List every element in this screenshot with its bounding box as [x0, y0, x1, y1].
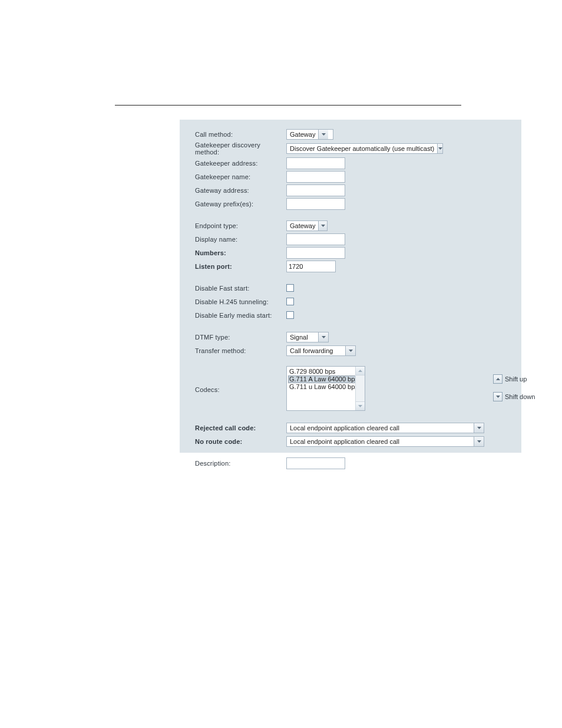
- gk-discovery-select[interactable]: Discover Gatekeeper automatically (use m…: [286, 143, 443, 154]
- list-item[interactable]: G.711 A Law 64000 bps: [288, 375, 356, 383]
- no-route-code-select[interactable]: Local endpoint application cleared call: [286, 436, 484, 447]
- listen-port-input[interactable]: [286, 261, 336, 272]
- gw-address-label: Gateway address:: [195, 187, 286, 194]
- shift-down-button[interactable]: Shift down: [493, 392, 540, 401]
- header-rule: [115, 105, 461, 106]
- chevron-down-icon: [318, 221, 327, 230]
- svg-marker-0: [322, 133, 326, 136]
- scroll-up-icon[interactable]: [356, 367, 365, 375]
- dtmf-type-value: Signal: [287, 332, 318, 342]
- gk-name-label: Gatekeeper name:: [195, 173, 286, 180]
- gw-address-input[interactable]: [286, 185, 345, 196]
- list-item[interactable]: G.711 u Law 64000 bps: [288, 383, 356, 391]
- shift-up-label: Shift up: [505, 375, 527, 383]
- svg-marker-7: [496, 378, 500, 380]
- chevron-down-icon: [318, 130, 328, 139]
- gk-address-input[interactable]: [286, 157, 345, 169]
- svg-marker-2: [321, 225, 325, 227]
- scrollbar[interactable]: [355, 367, 365, 410]
- gk-address-label: Gatekeeper address:: [195, 160, 286, 167]
- disable-fast-start-label: Disable Fast start:: [195, 285, 286, 292]
- codecs-label: Codecs:: [195, 386, 286, 393]
- disable-h245-label: Disable H.245 tunneling:: [195, 298, 286, 305]
- dtmf-type-label: DTMF type:: [195, 334, 286, 341]
- chevron-down-icon: [437, 144, 442, 153]
- svg-marker-4: [349, 350, 353, 352]
- rejected-code-value: Local endpoint application cleared call: [287, 423, 474, 433]
- disable-early-checkbox[interactable]: [286, 311, 294, 319]
- gk-discovery-value: Discover Gatekeeper automatically (use m…: [287, 144, 437, 153]
- call-method-value: Gateway: [287, 130, 318, 139]
- no-route-code-value: Local endpoint application cleared call: [287, 437, 474, 446]
- rejected-code-label: Rejected call code:: [195, 424, 286, 431]
- listen-port-label: Listen port:: [195, 263, 286, 270]
- dtmf-type-select[interactable]: Signal: [286, 332, 329, 342]
- transfer-method-value: Call forwarding: [287, 346, 345, 355]
- svg-marker-9: [477, 427, 481, 429]
- svg-marker-5: [358, 370, 362, 372]
- display-name-input[interactable]: [286, 233, 345, 245]
- call-method-label: Call method:: [195, 131, 286, 138]
- disable-h245-checkbox[interactable]: [286, 298, 294, 305]
- rejected-code-select[interactable]: Local endpoint application cleared call: [286, 423, 484, 433]
- arrow-up-icon: [493, 374, 503, 384]
- endpoint-type-label: Endpoint type:: [195, 222, 286, 229]
- chevron-down-icon: [474, 423, 484, 433]
- chevron-down-icon: [318, 332, 328, 342]
- settings-panel: Call method: Gateway Gatekeeper discover…: [180, 120, 521, 453]
- gw-prefix-label: Gateway prefix(es):: [195, 200, 286, 207]
- no-route-code-label: No route code:: [195, 438, 286, 445]
- shift-down-label: Shift down: [505, 393, 535, 400]
- endpoint-type-select[interactable]: Gateway: [286, 220, 328, 231]
- gk-discovery-label: Gatekeeper discovery method:: [195, 141, 286, 156]
- svg-marker-6: [358, 405, 362, 407]
- gk-name-input[interactable]: [286, 171, 345, 183]
- codecs-listbox[interactable]: G.729 8000 bps G.711 A Law 64000 bps G.7…: [286, 366, 365, 411]
- chevron-down-icon: [474, 437, 484, 446]
- disable-fast-start-checkbox[interactable]: [286, 284, 294, 292]
- numbers-input[interactable]: [286, 247, 345, 259]
- scroll-down-icon[interactable]: [356, 401, 365, 410]
- display-name-label: Display name:: [195, 236, 286, 243]
- transfer-method-select[interactable]: Call forwarding: [286, 345, 356, 356]
- description-label: Description:: [195, 460, 286, 467]
- description-input[interactable]: [286, 457, 345, 469]
- chevron-down-icon: [345, 346, 355, 355]
- svg-marker-1: [438, 147, 442, 150]
- gw-prefix-input[interactable]: [286, 198, 345, 210]
- arrow-down-icon: [493, 392, 503, 401]
- numbers-label: Numbers:: [195, 249, 286, 256]
- shift-up-button[interactable]: Shift up: [493, 374, 540, 384]
- transfer-method-label: Transfer method:: [195, 347, 286, 354]
- endpoint-type-value: Gateway: [287, 221, 318, 230]
- call-method-select[interactable]: Gateway: [286, 129, 333, 140]
- svg-marker-8: [496, 396, 500, 398]
- svg-marker-3: [322, 336, 326, 338]
- disable-early-label: Disable Early media start:: [195, 312, 286, 319]
- svg-marker-10: [477, 440, 481, 443]
- list-item[interactable]: G.729 8000 bps: [288, 368, 356, 375]
